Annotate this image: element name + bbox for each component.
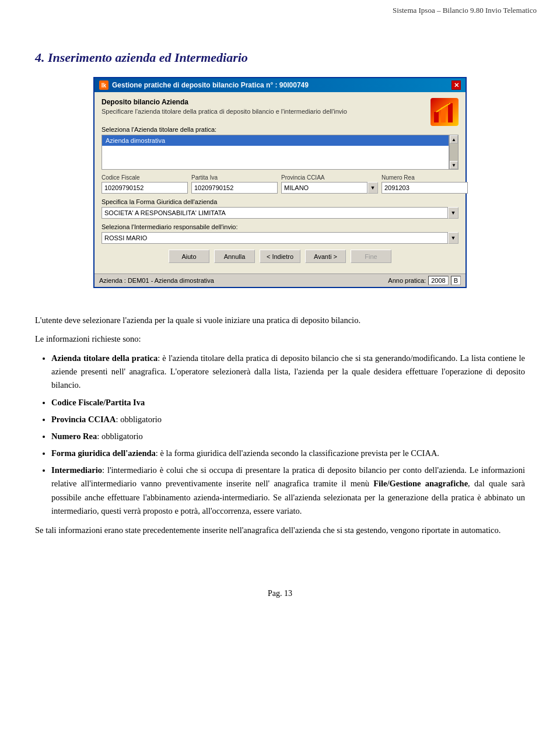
dialog-subtitle: Specificare l'azienda titolare della pra… — [102, 108, 347, 115]
listbox-container: Azienda dimostrativa ▲ ▼ — [102, 135, 459, 170]
dialog-close-button[interactable]: ✕ — [452, 80, 461, 90]
info-header: Le informazioni richieste sono: — [35, 332, 525, 345]
intermediario-section: Seleziona l'Intermediario responsabile d… — [102, 223, 459, 244]
dialog-wrapper-outer: Ik Gestione pratiche di deposito bilanci… — [35, 77, 525, 302]
dialog-header-area: Deposito bilancio Azienda Specificare l'… — [102, 98, 347, 121]
intermediario-label: Seleziona l'Intermediario responsabile d… — [102, 223, 459, 230]
bullet-codice-fiscale: Codice Fiscale/Partita Iva — [51, 396, 525, 409]
bullet-intermediario: Intermediario: l'intermediario è colui c… — [51, 464, 525, 518]
dialog-window: Ik Gestione pratiche di deposito bilanci… — [93, 77, 467, 288]
menu-bold: File/Gestione anagrafiche — [373, 479, 468, 488]
statusbar-left: Azienda : DEM01 - Azienda dimostrativa — [99, 276, 214, 285]
bullet-provincia-text: : obbligatorio — [116, 415, 162, 424]
forma-label: Specifica la Forma Giuridica dell'aziend… — [102, 198, 459, 205]
dialog-titlebar-text: Gestione pratiche di deposito bilancio P… — [112, 81, 309, 89]
dialog-titlebar-left: Ik Gestione pratiche di deposito bilanci… — [99, 80, 309, 90]
statusbar-right: Anno pratica: 2008 B — [388, 276, 461, 285]
svg-rect-0 — [434, 112, 439, 122]
scrollbar-down[interactable]: ▼ — [450, 161, 458, 169]
listbox-label: Seleziona l'Azienda titolare della prati… — [102, 126, 459, 133]
numero-rea-field: Numero Rea — [382, 174, 468, 194]
forma-giuridica-input[interactable] — [102, 207, 448, 219]
indietro-button[interactable]: < Indietro — [260, 250, 300, 263]
bullet-codice-fiscale-label: Codice Fiscale/Partita Iva — [51, 398, 145, 407]
numero-rea-input[interactable] — [382, 182, 468, 194]
dialog-body: Deposito bilancio Azienda Specificare l'… — [94, 92, 466, 273]
page-footer: Pag. 13 — [0, 577, 560, 604]
bullet-intermediario-text2: all'intermediario vanno preventivamente … — [76, 479, 373, 488]
statusbar-anno-label: Anno pratica: — [388, 277, 426, 284]
intermediario-input[interactable] — [102, 232, 448, 244]
azienda-listbox[interactable]: Azienda dimostrativa — [102, 135, 449, 170]
intermediario-select-row: ▼ — [102, 232, 459, 244]
aiuto-button[interactable]: Aiuto — [169, 250, 209, 263]
statusbar-anno-value: 2008 — [428, 276, 448, 285]
dialog-top-area: Deposito bilancio Azienda Specificare l'… — [102, 98, 459, 126]
dialog-statusbar: Azienda : DEM01 - Azienda dimostrativa A… — [94, 273, 466, 287]
bullet-numero-rea-label: Numero Rea — [51, 432, 97, 441]
page-number: Pag. 13 — [268, 589, 292, 598]
bullet-azienda: Azienda titolare della pratica: è l'azie… — [51, 352, 525, 392]
forma-giuridica-section: Specifica la Forma Giuridica dell'aziend… — [102, 198, 459, 219]
bullet-numero-rea-text: : obbligatorio — [97, 432, 143, 441]
fields-grid: Codice Fiscale Partita Iva Provincia CCI… — [102, 174, 459, 194]
listbox-item-selected[interactable]: Azienda dimostrativa — [102, 135, 449, 146]
page-header: Sistema Ipsoa – Bilancio 9.80 Invio Tele… — [0, 0, 560, 15]
closing-text: Se tali informazioni erano state precede… — [35, 524, 525, 536]
partita-iva-field: Partita Iva — [191, 174, 278, 194]
bullet-intermediario-label: Intermediario — [51, 465, 102, 475]
bullet-provincia-label: Provincia CCIAA — [51, 415, 116, 424]
partita-iva-label: Partita Iva — [191, 174, 278, 181]
dialog-app-icon: Ik — [99, 80, 108, 90]
statusbar-b-value: B — [451, 276, 461, 285]
bullet-intermediario-text: : l'intermediario è colui che si occupa … — [102, 465, 525, 475]
annulla-button[interactable]: Annulla — [214, 250, 255, 263]
dialog-section-header: Deposito bilancio Azienda — [102, 98, 347, 106]
bullet-forma: Forma giuridica dell'azienda: è la forma… — [51, 447, 525, 460]
dialog-titlebar: Ik Gestione pratiche di deposito bilanci… — [94, 78, 466, 92]
scrollbar-track[interactable] — [450, 143, 458, 161]
bullet-intermediario-relative: relative — [51, 479, 76, 488]
bullet-forma-text: : è la forma giuridica dell'azienda seco… — [156, 448, 439, 458]
button-row: Aiuto Annulla < Indietro Avanti > Fine — [102, 250, 459, 263]
avanti-button[interactable]: Avanti > — [305, 250, 346, 263]
header-title: Sistema Ipsoa – Bilancio 9.80 Invio Tele… — [393, 6, 537, 15]
codice-fiscale-input[interactable] — [102, 182, 188, 194]
provincia-input-group: ▼ — [281, 182, 378, 194]
codice-fiscale-label: Codice Fiscale — [102, 174, 188, 181]
provincia-input[interactable] — [281, 182, 368, 194]
bullet-azienda-label: Azienda titolare della pratica — [51, 353, 158, 363]
scrollbar-up[interactable]: ▲ — [450, 135, 458, 143]
provincia-field: Provincia CCIAA ▼ — [281, 174, 378, 194]
svg-rect-1 — [441, 107, 446, 122]
fine-button[interactable]: Fine — [351, 250, 391, 263]
bullet-numero-rea: Numero Rea: obbligatorio — [51, 430, 525, 443]
dialog-logo — [430, 98, 459, 126]
section-title: 4. Inserimento azienda ed Intermediario — [35, 50, 525, 65]
partita-iva-input[interactable] — [191, 182, 278, 194]
provincia-dropdown-btn[interactable]: ▼ — [368, 182, 378, 194]
forma-select-row: ▼ — [102, 207, 459, 219]
forma-dropdown-btn[interactable]: ▼ — [448, 207, 459, 219]
codice-fiscale-field: Codice Fiscale — [102, 174, 188, 194]
provincia-label: Provincia CCIAA — [281, 174, 378, 181]
listbox-scrollbar[interactable]: ▲ ▼ — [449, 135, 459, 170]
bullet-forma-label: Forma giuridica dell'azienda — [51, 448, 156, 458]
bullet-list: Azienda titolare della pratica: è l'azie… — [35, 352, 525, 518]
bullet-provincia: Provincia CCIAA: obbligatorio — [51, 413, 525, 426]
intro-text: L'utente deve selezionare l'azienda per … — [35, 314, 525, 327]
statusbar-azienda-text: Azienda : DEM01 - Azienda dimostrativa — [99, 277, 214, 284]
main-content: 4. Inserimento azienda ed Intermediario … — [0, 15, 560, 577]
svg-rect-2 — [448, 103, 453, 122]
intermediario-dropdown-btn[interactable]: ▼ — [448, 232, 459, 244]
numero-rea-label: Numero Rea — [382, 174, 468, 181]
